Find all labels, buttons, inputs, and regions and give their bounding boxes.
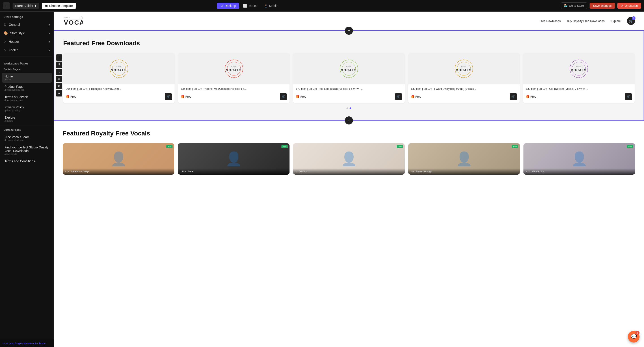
copy-section-button[interactable]: ⧉ <box>56 76 62 82</box>
vocal-cards-grid: 👤 free ♪ G - Adventure Deep 👤 free ♪ Em … <box>63 143 635 175</box>
free-badge-2: 🎁 Free <box>181 95 191 98</box>
product-image-5: FREE VOCALS <box>523 53 634 84</box>
move-up-button[interactable]: ↑ <box>56 54 62 61</box>
go-to-store-button[interactable]: 🏪 Go to Store <box>561 2 587 9</box>
unpublish-button[interactable]: ✕ Unpublish <box>617 3 641 9</box>
product-footer-1: 🎁 Free 🛒 <box>66 93 172 100</box>
chevron-right-icon3: › <box>49 40 50 43</box>
store-settings-title: Store settings <box>0 12 54 20</box>
add-section-bottom-button[interactable]: + <box>345 116 353 124</box>
canvas-content: FREE VOCALS Free Downloads Buy Royalty F… <box>54 12 644 347</box>
sidebar-item-general[interactable]: ⚙ General › <box>0 20 54 29</box>
store-nav: Free Downloads Buy Royalty Free Download… <box>540 17 635 25</box>
custom-pages-title: Custom Pages <box>0 128 54 133</box>
page-item-explore[interactable]: Explore /explore <box>2 114 52 124</box>
royalty-section-title: Featured Royalty Free Vocals <box>63 130 635 137</box>
svg-text:VOCALS: VOCALS <box>111 68 126 72</box>
svg-text:VOCALS: VOCALS <box>226 68 242 72</box>
header-icon: ↗ <box>4 40 6 44</box>
page-item-terms-conditions[interactable]: Terms and Conditions <box>2 158 52 165</box>
sidebar: Store settings ⚙ General › 🎨 Store style… <box>0 12 54 347</box>
chevron-right-icon2: › <box>49 31 50 35</box>
product-card-4: FREE VOCALS 130 bpm | Bb-Gm | I Want Eve… <box>408 53 520 103</box>
svg-text:VOCALS: VOCALS <box>456 68 472 72</box>
nav-explore[interactable]: Explore <box>611 19 621 23</box>
edit-section-button[interactable]: ✏ <box>56 90 62 96</box>
product-info-5: 130 bpm | Bb-Gm | Old (Dorian) (Vocals: … <box>523 84 634 103</box>
store-builder-button[interactable]: Store Builder ▾ <box>12 3 39 9</box>
add-to-cart-4[interactable]: 🛒 <box>510 93 517 100</box>
product-info-4: 130 bpm | Bb-Gm | I Want Everything (Ann… <box>408 84 520 103</box>
product-title-4: 130 bpm | Bb-Gm | I Want Everything (Ann… <box>411 87 517 91</box>
nav-free-downloads[interactable]: Free Downloads <box>540 19 561 23</box>
page-item-privacy[interactable]: Privacy Policy /privacy-policy <box>2 104 52 113</box>
vocal-card-5: 👤 free ♪ G - Nothing But <box>524 143 635 175</box>
chevron-right-icon: › <box>49 23 50 26</box>
vocal-card-overlay-4: ♪ B - Never Enough <box>408 168 520 175</box>
page-item-home[interactable]: Home /home <box>2 73 52 83</box>
product-footer-4: 🎁 Free 🛒 <box>411 93 517 100</box>
svg-text:FREE: FREE <box>346 66 352 67</box>
nav-buy-royalty[interactable]: Buy Royalty Free Downloads <box>567 19 604 23</box>
desktop-view-button[interactable]: 🖥 Desktop <box>217 3 239 9</box>
add-to-cart-5[interactable]: 🛒 <box>625 93 632 100</box>
delete-section-button[interactable]: 🗑 <box>56 83 62 89</box>
back-button[interactable]: ← <box>3 2 10 9</box>
page-item-free-vocals-team[interactable]: Free Vocals Team /free-vocals-team <box>2 133 52 143</box>
canvas-area: FREE VOCALS Free Downloads Buy Royalty F… <box>54 12 644 347</box>
chat-button[interactable]: 💬 1 <box>628 331 640 343</box>
product-info-1: 065 bpm | Bb-Gm | I Thought I Knew (Suzi… <box>63 84 174 103</box>
add-section-top-button[interactable]: + <box>345 27 353 35</box>
choose-template-button[interactable]: ▦ Choose template <box>42 3 76 9</box>
dot-2[interactable] <box>350 107 351 109</box>
cart-button[interactable]: 🛒 0 <box>627 17 635 25</box>
add-to-cart-3[interactable]: 🛒 <box>395 93 402 100</box>
mobile-icon: 📱 <box>264 4 268 7</box>
add-to-cart-2[interactable]: 🛒 <box>280 93 287 100</box>
product-footer-3: 🎁 Free 🛒 <box>296 93 402 100</box>
product-title-2: 136 bpm | Bb-Gm | You Kill Me (Orlando) … <box>181 87 287 91</box>
vocal-card-label-4: ♪ B - Never Enough <box>410 170 518 173</box>
vocal-card-label-3: ♪ - About It <box>295 170 402 173</box>
tablet-view-button[interactable]: ⬜ Tablet <box>240 3 260 9</box>
svg-text:FREE: FREE <box>116 66 122 67</box>
save-changes-button[interactable]: Save changes <box>590 3 615 9</box>
page-item-downloads[interactable]: Find your perfect Studio Quality Vocal D… <box>2 144 52 157</box>
svg-text:VOCALS: VOCALS <box>64 19 83 26</box>
store-logo: FREE VOCALS <box>63 15 83 26</box>
products-grid: FREE VOCALS 065 bpm | Bb-Gm | I Thought … <box>63 53 634 103</box>
svg-text:FREE: FREE <box>576 66 582 67</box>
move-down-button[interactable]: ↓ <box>56 69 62 75</box>
top-right-actions: 🏪 Go to Store Save changes ✕ Unpublish <box>561 2 641 9</box>
product-card-1: FREE VOCALS 065 bpm | Bb-Gm | I Thought … <box>63 53 174 103</box>
svg-text:VOCALS: VOCALS <box>341 68 357 72</box>
main-layout: Store settings ⚙ General › 🎨 Store style… <box>0 12 644 347</box>
vocal-card-2: 👤 free ♪ Em - Treat <box>178 143 290 175</box>
sidebar-item-header[interactable]: ↗ Header › <box>0 37 54 46</box>
free-badge-4: 🎁 Free <box>411 95 422 98</box>
mobile-view-button[interactable]: 📱 Mobile <box>261 3 282 9</box>
vocal-card-label-1: ♪ G - Adventure Deep <box>65 170 172 173</box>
workspace-pages-title: Workspace Pages <box>0 58 54 67</box>
free-badge-5: 🎁 Free <box>526 95 536 98</box>
drag-handle-button[interactable]: ⠿ <box>56 61 62 68</box>
add-to-cart-1[interactable]: 🛒 <box>165 93 172 100</box>
choose-template-label: Choose template <box>49 4 73 7</box>
svg-text:VOCALS: VOCALS <box>571 68 587 72</box>
dot-1[interactable] <box>346 107 348 109</box>
product-title-1: 065 bpm | Bb-Gm | I Thought I Knew (Suzi… <box>66 87 172 91</box>
sidebar-item-store-style[interactable]: 🎨 Store style › <box>0 29 54 37</box>
product-title-3: 170 bpm | Eb-Cm | Too Late (Luca) (Vocal… <box>296 87 402 91</box>
vocals-circle-1: FREE VOCALS <box>109 59 129 79</box>
sidebar-item-footer[interactable]: ↘ Footer › <box>0 46 54 54</box>
free-badge-1: 🎁 Free <box>66 95 76 98</box>
page-item-product[interactable]: Product Page /product/productId <box>2 83 52 93</box>
vocal-card-overlay-5: ♪ G - Nothing But <box>524 168 635 175</box>
template-icon: ▦ <box>45 4 48 7</box>
product-image-3: FREE VOCALS <box>293 53 404 84</box>
footer-icon: ↘ <box>4 48 6 52</box>
page-item-terms-service[interactable]: Terms of Service /terms-of-service <box>2 93 52 103</box>
top-bar: ← Store Builder ▾ ▦ Choose template 🖥 De… <box>0 0 644 12</box>
product-image-1: FREE VOCALS <box>63 53 174 84</box>
svg-text:FREE: FREE <box>462 66 466 67</box>
